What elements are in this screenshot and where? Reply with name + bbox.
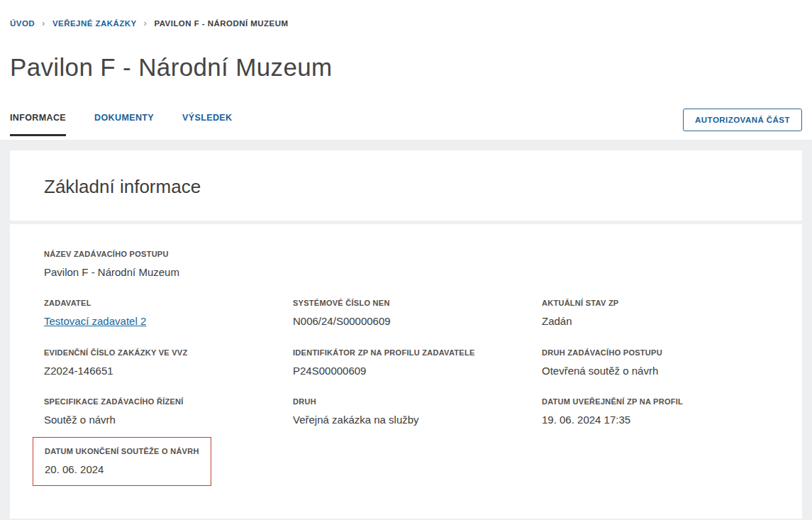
field-label: SPECIFIKACE ZADÁVACÍHO ŘÍZENÍ xyxy=(44,397,276,406)
field-value: Otevřená soutěž o návrh xyxy=(542,365,774,377)
breadcrumb-link-uvod[interactable]: ÚVOD xyxy=(10,19,35,28)
highlighted-field-box: DATUM UKONČENÍ SOUTĚŽE O NÁVRH 20. 06. 2… xyxy=(33,437,211,486)
field-druh: DRUH Veřejná zakázka na služby xyxy=(293,397,525,426)
field-label: DRUH xyxy=(293,397,525,406)
breadcrumb-link-verejne-zakazky[interactable]: VEŘEJNÉ ZAKÁZKY xyxy=(52,19,137,28)
field-datum-ukonceni-souteze: DATUM UKONČENÍ SOUTĚŽE O NÁVRH 20. 06. 2… xyxy=(44,446,276,486)
field-value: N006/24/S00000609 xyxy=(293,315,525,327)
field-datum-uverejneni-zp: DATUM UVEŘEJNĚNÍ ZP NA PROFIL 19. 06. 20… xyxy=(542,397,774,426)
section-title: Základní informace xyxy=(44,176,768,198)
tab-bar: INFORMACE DOKUMENTY VÝSLEDEK AUTORIZOVAN… xyxy=(10,109,802,140)
field-evidencni-cislo-vvz: EVIDENČNÍ ČÍSLO ZAKÁZKY VE VVZ Z2024-146… xyxy=(44,348,276,377)
field-value: 20. 06. 2024 xyxy=(45,463,199,475)
zadavatel-link[interactable]: Testovací zadavatel 2 xyxy=(44,315,146,327)
page-title: Pavilon F - Národní Muzeum xyxy=(10,53,802,82)
breadcrumb: ÚVOD › VEŘEJNÉ ZAKÁZKY › PAVILON F - NÁR… xyxy=(10,18,802,28)
main-content: Základní informace NÁZEV ZADÁVACÍHO POST… xyxy=(10,150,802,519)
field-value: Pavilon F - Národní Muzeum xyxy=(44,266,774,278)
authorized-section-button[interactable]: AUTORIZOVANÁ ČÁST xyxy=(683,109,802,131)
tab-list: INFORMACE DOKUMENTY VÝSLEDEK xyxy=(10,113,260,136)
field-label: NÁZEV ZADÁVACÍHO POSTUPU xyxy=(44,250,774,258)
field-label: DATUM UVEŘEJNĚNÍ ZP NA PROFIL xyxy=(542,397,774,406)
field-specifikace-zadavaciho-rizeni: SPECIFIKACE ZADÁVACÍHO ŘÍZENÍ Soutěž o n… xyxy=(44,397,276,426)
field-value: Zadán xyxy=(542,315,774,327)
field-value: P24S00000609 xyxy=(293,365,525,377)
tab-dokumenty[interactable]: DOKUMENTY xyxy=(94,113,154,136)
tab-informace[interactable]: INFORMACE xyxy=(10,113,66,136)
info-grid: NÁZEV ZADÁVACÍHO POSTUPU Pavilon F - Nár… xyxy=(44,250,774,486)
field-value: Z2024-146651 xyxy=(44,365,276,377)
tab-vysledek[interactable]: VÝSLEDEK xyxy=(182,113,232,136)
field-value: Soutěž o návrh xyxy=(44,414,276,426)
field-value: 19. 06. 2024 17:35 xyxy=(542,414,774,426)
chevron-right-icon: › xyxy=(42,18,45,28)
section-body: NÁZEV ZADÁVACÍHO POSTUPU Pavilon F - Nár… xyxy=(10,224,802,519)
field-label: ZADAVATEL xyxy=(44,299,276,307)
breadcrumb-current-page: PAVILON F - NÁRODNÍ MUZEUM xyxy=(154,19,288,28)
field-identifikator-zp: IDENTIFIKÁTOR ZP NA PROFILU ZADAVATELE P… xyxy=(293,348,525,377)
field-label: SYSTÉMOVÉ ČÍSLO NEN xyxy=(293,299,525,307)
field-aktualni-stav-zp: AKTUÁLNÍ STAV ZP Zadán xyxy=(542,299,774,328)
field-label: EVIDENČNÍ ČÍSLO ZAKÁZKY VE VVZ xyxy=(44,348,276,357)
chevron-right-icon: › xyxy=(144,18,148,28)
field-nazev-zadavaciho-postupu: NÁZEV ZADÁVACÍHO POSTUPU Pavilon F - Nár… xyxy=(44,250,774,278)
section-header: Základní informace xyxy=(10,150,802,221)
field-label: DATUM UKONČENÍ SOUTĚŽE O NÁVRH xyxy=(45,447,199,455)
field-label: IDENTIFIKÁTOR ZP NA PROFILU ZADAVATELE xyxy=(293,348,525,357)
field-systemove-cislo-nen: SYSTÉMOVÉ ČÍSLO NEN N006/24/S00000609 xyxy=(293,299,525,328)
field-label: AKTUÁLNÍ STAV ZP xyxy=(542,299,774,307)
page-header: ÚVOD › VEŘEJNÉ ZAKÁZKY › PAVILON F - NÁR… xyxy=(0,0,812,140)
field-value: Veřejná zakázka na služby xyxy=(293,414,525,426)
field-zadavatel: ZADAVATEL Testovací zadavatel 2 xyxy=(44,299,276,328)
field-druh-zadavaciho-postupu: DRUH ZADÁVACÍHO POSTUPU Otevřená soutěž … xyxy=(542,348,774,377)
field-label: DRUH ZADÁVACÍHO POSTUPU xyxy=(542,348,774,357)
